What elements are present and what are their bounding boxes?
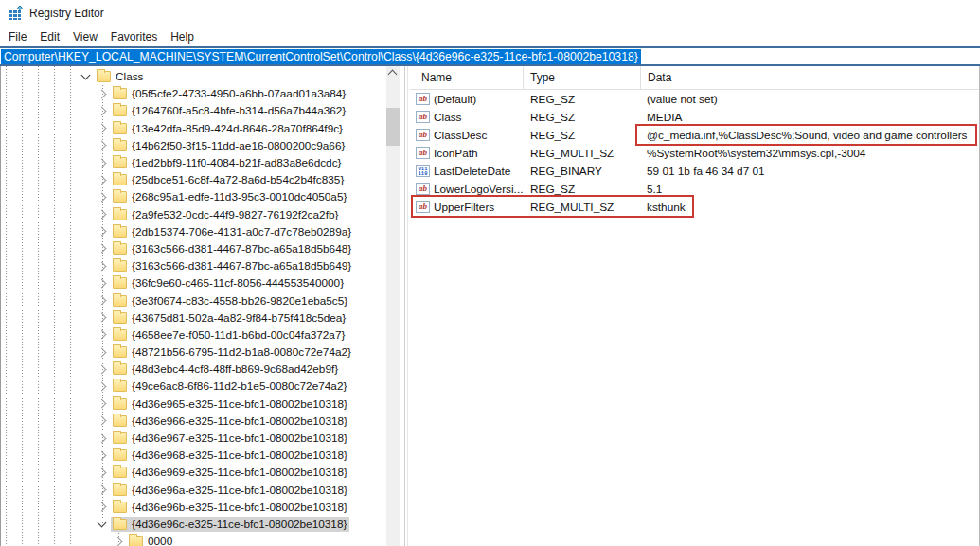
tree-node[interactable]: {43675d81-502a-4a82-9f84-b75f418c5dea} (1, 309, 386, 326)
tree-node[interactable]: {48d3ebc4-4cf8-48ff-b869-9c68ad42eb9f} (1, 361, 386, 378)
tree-node-item[interactable]: {4d36e969-e325-11ce-bfc1-08002be10318} (111, 465, 350, 480)
chevron-right-icon[interactable] (98, 210, 107, 220)
chevron-right-icon[interactable] (98, 278, 107, 288)
tree-node-item[interactable]: {4d36e96b-e325-11ce-bfc1-08002be10318} (111, 500, 350, 515)
tree-node[interactable]: 0000 (1, 533, 386, 546)
tree-node[interactable]: {3163c566-d381-4467-87bc-a65a18d5b648} (1, 240, 386, 257)
chevron-down-icon[interactable] (98, 519, 107, 528)
chevron-right-icon[interactable] (98, 244, 107, 254)
chevron-right-icon[interactable] (98, 330, 107, 340)
registry-value-row[interactable]: IconPathREG_MULTI_SZ%SystemRoot%\system3… (410, 144, 979, 162)
chevron-right-icon[interactable] (98, 485, 107, 495)
chevron-right-icon[interactable] (98, 175, 107, 185)
tree-node[interactable]: {49ce6ac8-6f86-11d2-b1e5-0080c72e74a2} (1, 378, 386, 395)
tree-node-item[interactable]: {48d3ebc4-4cf8-48ff-b869-9c68ad42eb9f} (111, 361, 341, 377)
menu-item-file[interactable]: File (2, 28, 33, 45)
chevron-right-icon[interactable] (98, 433, 107, 443)
tree-node[interactable]: Class (1, 68, 386, 85)
chevron-right-icon[interactable] (98, 450, 107, 460)
tree-node-item[interactable]: {4658ee7e-f050-11d1-b6bd-00c04fa372a7} (111, 327, 347, 343)
tree-node-item[interactable]: {4d36e966-e325-11ce-bfc1-08002be10318} (111, 414, 350, 429)
tree-node-item[interactable]: {3e3f0674-c83c-4558-bb26-9820e1eba5c5} (111, 293, 350, 308)
registry-value-row[interactable]: UpperFiltersREG_MULTI_SZksthunk (410, 198, 979, 216)
menu-item-help[interactable]: Help (164, 28, 201, 45)
tree-node[interactable]: {48721b56-6795-11d2-b1a8-0080c72e74a2} (1, 343, 386, 361)
tree-node-item[interactable]: {4d36e965-e325-11ce-bfc1-08002be10318} (111, 396, 350, 412)
tree-node-item[interactable]: {4d36e968-e325-11ce-bfc1-08002be10318} (111, 448, 350, 463)
chevron-down-icon[interactable] (81, 71, 91, 80)
chevron-right-icon[interactable] (98, 399, 107, 409)
chevron-right-icon[interactable] (98, 107, 107, 116)
tree-node[interactable]: {3163c566-d381-4467-87bc-a65a18d5b649} (1, 257, 386, 274)
tree-node-item[interactable]: {4d36e96c-e325-11ce-bfc1-08002be10318} (111, 517, 349, 532)
chevron-right-icon[interactable] (98, 347, 107, 357)
tree-node[interactable]: {4d36e96a-e325-11ce-bfc1-08002be10318} (1, 482, 386, 499)
tree-node-item[interactable]: {13e42dfa-85d9-424d-8646-28a70f864f9c} (111, 121, 346, 136)
tree-node[interactable]: {14b62f50-3f15-11dd-ae16-0800200c9a66} (1, 137, 386, 154)
tree-node[interactable]: {4d36e967-e325-11ce-bfc1-08002be10318} (1, 430, 386, 447)
tree-node[interactable]: {4d36e966-e325-11ce-bfc1-08002be10318} (1, 413, 386, 430)
tree-node-item[interactable]: {43675d81-502a-4a82-9f84-b75f418c5dea} (111, 310, 348, 326)
tree-node-item[interactable]: {3163c566-d381-4467-87bc-a65a18d5b649} (111, 258, 354, 273)
chevron-right-icon[interactable] (98, 313, 107, 323)
tree-node[interactable]: {25dbce51-6c8f-4a72-8a6d-b54c2b4fc835} (1, 171, 386, 188)
chevron-right-icon[interactable] (98, 89, 107, 98)
tree-node[interactable]: {2a9fe532-0cdc-44f9-9827-76192f2ca2fb} (1, 206, 386, 223)
pane-splitter[interactable] (404, 66, 408, 546)
tree-scrollbar[interactable] (386, 66, 400, 546)
tree-node-item[interactable]: {1264760f-a5c8-4bfe-b314-d56a7b44a362} (111, 103, 348, 118)
address-bar[interactable]: Computer\HKEY_LOCAL_MACHINE\SYSTEM\Curre… (0, 46, 980, 66)
tree-node-item[interactable]: {2db15374-706e-4131-a0c7-d7c78eb0289a} (111, 224, 354, 239)
tree-node[interactable]: {4d36e968-e325-11ce-bfc1-08002be10318} (1, 447, 386, 464)
chevron-right-icon[interactable] (98, 416, 107, 426)
chevron-right-icon[interactable] (98, 296, 107, 306)
tree-node-item[interactable]: {268c95a1-edfe-11d3-95c3-0010dc4050a5} (111, 189, 349, 204)
menu-item-view[interactable]: View (66, 28, 104, 45)
registry-value-row[interactable]: LastDeleteDateREG_BINARY59 01 1b fa 46 3… (410, 162, 979, 180)
tree-node-item[interactable]: {2a9fe532-0cdc-44f9-9827-76192f2ca2fb} (111, 207, 341, 222)
tree-node[interactable]: {268c95a1-edfe-11d3-95c3-0010dc4050a5} (1, 188, 386, 205)
chevron-right-icon[interactable] (98, 467, 107, 477)
column-header-name[interactable]: Name (410, 66, 524, 89)
tree-node[interactable]: {05f5cfe2-4733-4950-a6bb-07aad01a3a84} (1, 85, 386, 102)
tree-node-item[interactable]: {48721b56-6795-11d2-b1a8-0080c72e74a2} (111, 344, 354, 360)
scroll-up-icon[interactable] (388, 70, 398, 79)
chevron-right-icon[interactable] (98, 261, 107, 271)
scrollbar-thumb[interactable] (386, 108, 400, 146)
chevron-right-icon[interactable] (98, 502, 107, 512)
tree-node-item[interactable]: {49ce6ac8-6f86-11d2-b1e5-0080c72e74a2} (111, 379, 349, 394)
chevron-right-icon[interactable] (98, 141, 107, 150)
tree-node-item[interactable]: {36fc9e60-c465-11cf-8056-444553540000} (111, 275, 347, 291)
registry-value-row[interactable]: LowerLogoVersi...REG_SZ5.1 (410, 180, 979, 198)
tree-node[interactable]: {4d36e965-e325-11ce-bfc1-08002be10318} (1, 396, 386, 413)
tree-node-item[interactable]: Class (95, 69, 147, 84)
column-header-type[interactable]: Type (524, 66, 641, 89)
menu-item-edit[interactable]: Edit (33, 28, 66, 45)
tree-node-item[interactable]: {4d36e96a-e325-11ce-bfc1-08002be10318} (111, 483, 350, 498)
tree-node-item[interactable]: {4d36e967-e325-11ce-bfc1-08002be10318} (111, 431, 350, 446)
tree-node-item[interactable]: 0000 (127, 534, 175, 546)
tree-node[interactable]: {4d36e969-e325-11ce-bfc1-08002be10318} (1, 464, 386, 481)
tree-node-item[interactable]: {25dbce51-6c8f-4a72-8a6d-b54c2b4fc835} (111, 172, 347, 187)
tree-node[interactable]: {4d36e96b-e325-11ce-bfc1-08002be10318} (1, 499, 386, 516)
chevron-right-icon[interactable] (98, 158, 107, 167)
tree-node[interactable]: {3e3f0674-c83c-4558-bb26-9820e1eba5c5} (1, 291, 386, 308)
chevron-right-icon[interactable] (98, 124, 107, 133)
tree-node[interactable]: {1ed2bbf9-11f0-4084-b21f-ad83a8e6dcdc} (1, 154, 386, 171)
chevron-right-icon[interactable] (98, 364, 107, 374)
tree-node[interactable]: {2db15374-706e-4131-a0c7-d7c78eb0289a} (1, 223, 386, 240)
chevron-right-icon[interactable] (114, 537, 123, 546)
chevron-right-icon[interactable] (98, 227, 107, 237)
tree-node-item[interactable]: {3163c566-d381-4467-87bc-a65a18d5b648} (111, 241, 354, 256)
registry-value-row[interactable]: ClassREG_SZMEDIA (410, 108, 979, 126)
tree-node-item[interactable]: {1ed2bbf9-11f0-4084-b21f-ad83a8e6dcdc} (111, 155, 345, 170)
registry-value-row[interactable]: ClassDescREG_SZ@c_media.inf,%ClassDesc%;… (410, 126, 979, 144)
chevron-right-icon[interactable] (98, 382, 107, 392)
tree-node[interactable]: {1264760f-a5c8-4bfe-b314-d56a7b44a362} (1, 102, 386, 119)
tree-node-item[interactable]: {14b62f50-3f15-11dd-ae16-0800200c9a66} (111, 138, 347, 153)
chevron-right-icon[interactable] (98, 192, 107, 202)
registry-value-row[interactable]: (Default)REG_SZ(value not set) (410, 90, 979, 108)
menu-item-favorites[interactable]: Favorites (104, 28, 164, 45)
tree-node-item[interactable]: {05f5cfe2-4733-4950-a6bb-07aad01a3a84} (111, 86, 348, 101)
tree-node[interactable]: {36fc9e60-c465-11cf-8056-444553540000} (1, 274, 386, 291)
